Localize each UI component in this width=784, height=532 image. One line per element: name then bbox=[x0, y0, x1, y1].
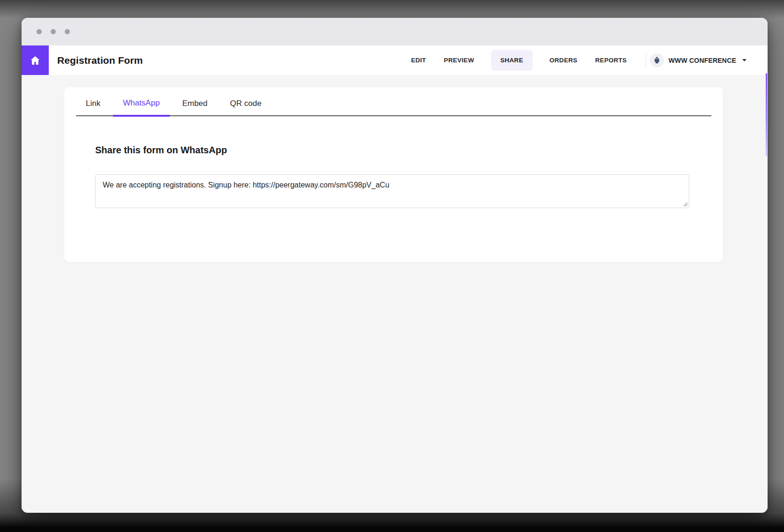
account-name: WWW CONFERENCE bbox=[669, 57, 736, 64]
message-field-wrap: We are accepting registrations. Signup h… bbox=[95, 174, 689, 208]
header-right: EDIT PREVIEW SHARE ORDERS REPORTS bbox=[410, 50, 768, 71]
tab-embed[interactable]: Embed bbox=[173, 88, 218, 115]
main-nav: EDIT PREVIEW SHARE ORDERS REPORTS bbox=[410, 50, 628, 71]
whatsapp-tab-panel: Share this form on WhatsApp We are accep… bbox=[64, 145, 723, 208]
whatsapp-message-input[interactable]: We are accepting registrations. Signup h… bbox=[95, 174, 689, 208]
vertical-scrollbar-thumb[interactable] bbox=[766, 73, 767, 157]
tab-link[interactable]: Link bbox=[76, 88, 110, 115]
tab-whatsapp[interactable]: WhatsApp bbox=[113, 87, 169, 117]
app-header: Registration Form EDIT PREVIEW SHARE ORD… bbox=[22, 45, 768, 75]
window-control-dot[interactable] bbox=[65, 29, 70, 34]
nav-item-orders[interactable]: ORDERS bbox=[549, 54, 579, 67]
window-control-dot[interactable] bbox=[37, 29, 42, 34]
org-logo-icon bbox=[653, 56, 661, 65]
home-icon bbox=[29, 54, 41, 67]
nav-item-edit[interactable]: EDIT bbox=[410, 54, 427, 67]
share-tabs: Link WhatsApp Embed QR code bbox=[76, 87, 711, 116]
resize-handle-icon[interactable] bbox=[682, 201, 688, 207]
account-menu-button[interactable]: WWW CONFERENCE bbox=[650, 53, 747, 67]
avatar bbox=[650, 53, 664, 67]
share-heading: Share this form on WhatsApp bbox=[95, 145, 689, 156]
tab-qr-code[interactable]: QR code bbox=[220, 88, 271, 115]
nav-item-share[interactable]: SHARE bbox=[491, 50, 533, 71]
page-title: Registration Form bbox=[57, 55, 143, 66]
window-control-dot[interactable] bbox=[51, 29, 56, 34]
app-window: Registration Form EDIT PREVIEW SHARE ORD… bbox=[22, 18, 768, 513]
share-card: Link WhatsApp Embed QR code Share this f… bbox=[64, 87, 723, 262]
nav-item-reports[interactable]: REPORTS bbox=[594, 54, 627, 67]
page-content: Link WhatsApp Embed QR code Share this f… bbox=[22, 75, 768, 513]
chevron-down-icon bbox=[742, 59, 747, 62]
desktop-background: Registration Form EDIT PREVIEW SHARE ORD… bbox=[0, 0, 784, 532]
nav-item-preview[interactable]: PREVIEW bbox=[443, 54, 475, 67]
header-divider bbox=[646, 53, 646, 67]
home-button[interactable] bbox=[22, 45, 49, 75]
window-titlebar bbox=[22, 18, 768, 45]
